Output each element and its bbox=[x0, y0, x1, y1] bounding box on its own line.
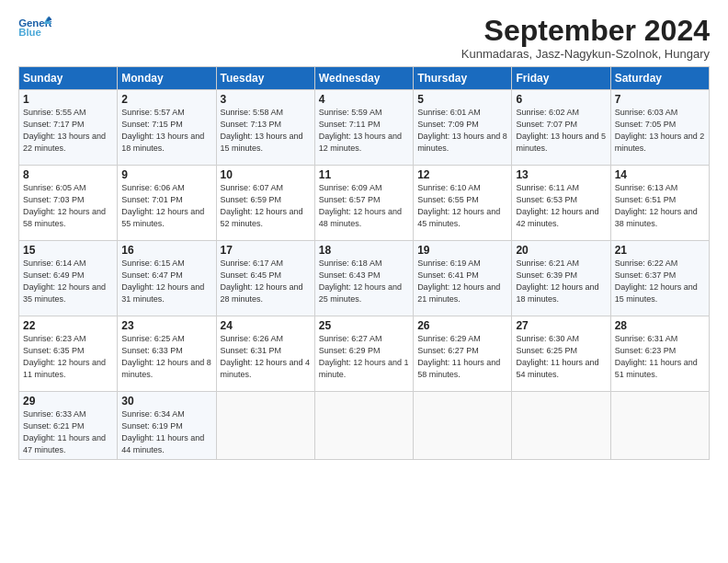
sunrise: Sunrise: 6:05 AM bbox=[23, 183, 86, 192]
day-number: 6 bbox=[516, 93, 606, 106]
daylight: Daylight: 12 hours and 55 minutes. bbox=[121, 207, 204, 228]
day-number: 22 bbox=[23, 319, 113, 332]
calendar-cell: 10 Sunrise: 6:07 AM Sunset: 6:59 PM Dayl… bbox=[216, 166, 314, 241]
sunset: Sunset: 6:19 PM bbox=[121, 421, 183, 431]
daylight: Daylight: 12 hours and 58 minutes. bbox=[23, 207, 106, 228]
daylight: Daylight: 12 hours and 48 minutes. bbox=[319, 207, 402, 228]
day-number: 23 bbox=[121, 319, 211, 332]
calendar-cell: 3 Sunrise: 5:58 AM Sunset: 7:13 PM Dayli… bbox=[216, 90, 314, 166]
calendar-table: SundayMondayTuesdayWednesdayThursdayFrid… bbox=[18, 66, 710, 460]
calendar-week-4: 22 Sunrise: 6:23 AM Sunset: 6:35 PM Dayl… bbox=[19, 316, 710, 392]
day-info: Sunrise: 6:23 AM Sunset: 6:35 PM Dayligh… bbox=[23, 333, 113, 381]
daylight: Daylight: 12 hours and 25 minutes. bbox=[319, 282, 402, 304]
day-info: Sunrise: 6:17 AM Sunset: 6:45 PM Dayligh… bbox=[221, 258, 311, 305]
sunrise: Sunrise: 6:07 AM bbox=[221, 183, 284, 192]
month-title: September 2024 bbox=[461, 15, 710, 47]
calendar-cell: 27 Sunrise: 6:30 AM Sunset: 6:25 PM Dayl… bbox=[512, 316, 610, 392]
day-info: Sunrise: 6:22 AM Sunset: 6:37 PM Dayligh… bbox=[615, 258, 705, 305]
sunset: Sunset: 7:11 PM bbox=[319, 120, 381, 129]
calendar-cell: 22 Sunrise: 6:23 AM Sunset: 6:35 PM Dayl… bbox=[19, 316, 118, 392]
sunset: Sunset: 6:31 PM bbox=[221, 346, 282, 355]
sunrise: Sunrise: 6:11 AM bbox=[516, 183, 579, 192]
day-number: 17 bbox=[221, 244, 311, 257]
sunset: Sunset: 6:59 PM bbox=[221, 195, 282, 204]
calendar-cell: 4 Sunrise: 5:59 AM Sunset: 7:11 PM Dayli… bbox=[314, 90, 413, 166]
calendar-cell: 20 Sunrise: 6:21 AM Sunset: 6:39 PM Dayl… bbox=[512, 241, 610, 316]
day-info: Sunrise: 6:01 AM Sunset: 7:09 PM Dayligh… bbox=[417, 107, 507, 155]
sunrise: Sunrise: 6:21 AM bbox=[516, 259, 579, 268]
daylight: Daylight: 12 hours and 42 minutes. bbox=[516, 207, 598, 228]
day-info: Sunrise: 6:25 AM Sunset: 6:33 PM Dayligh… bbox=[121, 333, 211, 381]
calendar-cell: 15 Sunrise: 6:14 AM Sunset: 6:49 PM Dayl… bbox=[19, 241, 118, 316]
day-number: 5 bbox=[417, 93, 507, 106]
title-block: September 2024 Kunmadaras, Jasz-Nagykun-… bbox=[461, 15, 710, 61]
sunrise: Sunrise: 5:55 AM bbox=[23, 108, 86, 117]
day-info: Sunrise: 5:55 AM Sunset: 7:17 PM Dayligh… bbox=[23, 107, 113, 155]
sunrise: Sunrise: 6:29 AM bbox=[417, 334, 481, 343]
day-number: 19 bbox=[417, 244, 507, 257]
sunset: Sunset: 7:03 PM bbox=[23, 195, 85, 204]
daylight: Daylight: 13 hours and 18 minutes. bbox=[121, 132, 204, 153]
location: Kunmadaras, Jasz-Nagykun-Szolnok, Hungar… bbox=[461, 47, 710, 61]
sunrise: Sunrise: 6:19 AM bbox=[417, 259, 481, 268]
sunset: Sunset: 7:05 PM bbox=[615, 120, 677, 129]
day-info: Sunrise: 5:57 AM Sunset: 7:15 PM Dayligh… bbox=[121, 107, 211, 155]
day-number: 27 bbox=[516, 319, 606, 332]
sunrise: Sunrise: 6:02 AM bbox=[516, 108, 579, 117]
day-info: Sunrise: 6:06 AM Sunset: 7:01 PM Dayligh… bbox=[121, 182, 211, 230]
calendar-cell bbox=[216, 392, 314, 460]
day-info: Sunrise: 6:21 AM Sunset: 6:39 PM Dayligh… bbox=[516, 258, 606, 305]
sunrise: Sunrise: 6:22 AM bbox=[615, 259, 678, 268]
sunset: Sunset: 6:41 PM bbox=[417, 270, 479, 280]
day-number: 9 bbox=[121, 168, 211, 181]
day-number: 1 bbox=[23, 93, 113, 106]
sunset: Sunset: 6:27 PM bbox=[417, 346, 479, 355]
calendar-cell: 24 Sunrise: 6:26 AM Sunset: 6:31 PM Dayl… bbox=[216, 316, 314, 392]
day-number: 10 bbox=[221, 168, 311, 181]
calendar-cell: 9 Sunrise: 6:06 AM Sunset: 7:01 PM Dayli… bbox=[118, 166, 216, 241]
calendar-cell: 12 Sunrise: 6:10 AM Sunset: 6:55 PM Dayl… bbox=[414, 166, 512, 241]
day-number: 11 bbox=[319, 168, 409, 181]
sunset: Sunset: 6:35 PM bbox=[23, 346, 85, 355]
calendar-cell bbox=[314, 392, 413, 460]
calendar-header-wednesday: Wednesday bbox=[314, 67, 413, 90]
sunrise: Sunrise: 5:58 AM bbox=[221, 108, 284, 117]
calendar-week-2: 8 Sunrise: 6:05 AM Sunset: 7:03 PM Dayli… bbox=[19, 166, 710, 241]
daylight: Daylight: 13 hours and 22 minutes. bbox=[23, 132, 106, 153]
day-number: 26 bbox=[417, 319, 507, 332]
calendar-cell: 7 Sunrise: 6:03 AM Sunset: 7:05 PM Dayli… bbox=[610, 90, 709, 166]
calendar-cell: 19 Sunrise: 6:19 AM Sunset: 6:41 PM Dayl… bbox=[414, 241, 512, 316]
calendar-cell: 5 Sunrise: 6:01 AM Sunset: 7:09 PM Dayli… bbox=[414, 90, 512, 166]
day-number: 4 bbox=[319, 93, 409, 106]
daylight: Daylight: 12 hours and 45 minutes. bbox=[417, 207, 500, 228]
sunset: Sunset: 6:21 PM bbox=[23, 421, 85, 431]
sunrise: Sunrise: 6:33 AM bbox=[23, 409, 86, 419]
calendar-cell: 25 Sunrise: 6:27 AM Sunset: 6:29 PM Dayl… bbox=[314, 316, 413, 392]
day-info: Sunrise: 6:09 AM Sunset: 6:57 PM Dayligh… bbox=[319, 182, 409, 230]
calendar-header-friday: Friday bbox=[512, 67, 610, 90]
day-info: Sunrise: 6:02 AM Sunset: 7:07 PM Dayligh… bbox=[516, 107, 606, 155]
day-number: 15 bbox=[23, 244, 113, 257]
sunset: Sunset: 6:53 PM bbox=[516, 195, 577, 204]
calendar-cell: 1 Sunrise: 5:55 AM Sunset: 7:17 PM Dayli… bbox=[19, 90, 118, 166]
sunrise: Sunrise: 6:25 AM bbox=[121, 334, 185, 343]
daylight: Daylight: 12 hours and 28 minutes. bbox=[221, 282, 303, 304]
calendar-cell: 11 Sunrise: 6:09 AM Sunset: 6:57 PM Dayl… bbox=[314, 166, 413, 241]
day-number: 24 bbox=[221, 319, 311, 332]
daylight: Daylight: 12 hours and 11 minutes. bbox=[23, 358, 106, 379]
calendar-cell: 6 Sunrise: 6:02 AM Sunset: 7:07 PM Dayli… bbox=[512, 90, 610, 166]
day-info: Sunrise: 6:19 AM Sunset: 6:41 PM Dayligh… bbox=[417, 258, 507, 305]
day-info: Sunrise: 6:05 AM Sunset: 7:03 PM Dayligh… bbox=[23, 182, 113, 230]
day-number: 7 bbox=[615, 93, 705, 106]
day-info: Sunrise: 6:15 AM Sunset: 6:47 PM Dayligh… bbox=[121, 258, 211, 305]
daylight: Daylight: 11 hours and 58 minutes. bbox=[417, 358, 500, 379]
sunrise: Sunrise: 6:30 AM bbox=[516, 334, 579, 343]
calendar-week-5: 29 Sunrise: 6:33 AM Sunset: 6:21 PM Dayl… bbox=[19, 392, 710, 460]
day-info: Sunrise: 6:31 AM Sunset: 6:23 PM Dayligh… bbox=[615, 333, 705, 381]
sunrise: Sunrise: 6:17 AM bbox=[221, 259, 284, 268]
daylight: Daylight: 12 hours and 4 minutes. bbox=[221, 358, 311, 379]
sunset: Sunset: 6:43 PM bbox=[319, 270, 381, 280]
sunrise: Sunrise: 6:15 AM bbox=[121, 259, 185, 268]
daylight: Daylight: 11 hours and 47 minutes. bbox=[23, 433, 106, 454]
day-number: 2 bbox=[121, 93, 211, 106]
